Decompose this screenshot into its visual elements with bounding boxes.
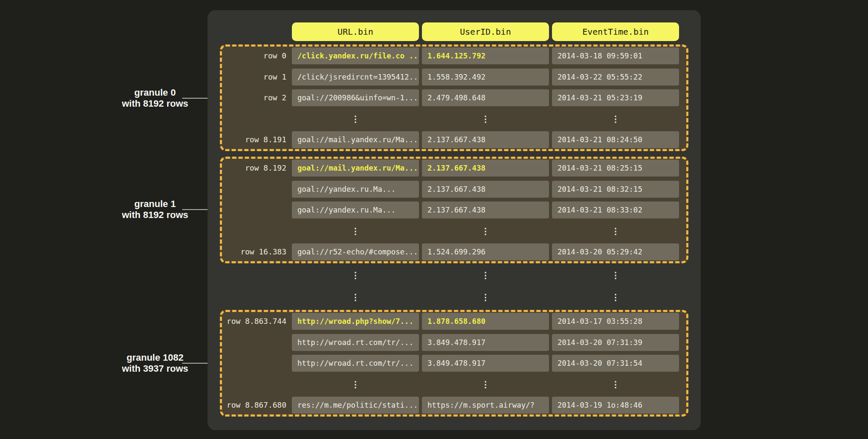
- cell-url: /click/jsredircnt=1395412...: [292, 69, 419, 86]
- vertical-ellipsis-icon: ⋮: [292, 223, 419, 240]
- cell-userid: 1.524.699.296: [422, 243, 549, 260]
- cell-url: goal://mail.yandex.ru/Ma...: [292, 160, 419, 177]
- row-label: row 0: [222, 47, 292, 64]
- ellipsis-row: ⋮ ⋮ ⋮: [222, 376, 686, 393]
- cell-url: goal://mail.yandex.ru/Ma...: [292, 131, 419, 148]
- cell-url: goal://yandex.ru.Ma...: [292, 202, 419, 218]
- cell-url: http://wroad.rt.com/tr/...: [292, 334, 419, 351]
- cell-eventtime: 2014-03-21 08:32:15: [552, 181, 679, 198]
- table-row: row 8.863.744 http://wroad.php?show/7...…: [222, 313, 686, 330]
- ellipsis-row: ⋮ ⋮ ⋮: [222, 110, 686, 127]
- cell-eventtime: 2014-03-20 05:29:42: [552, 243, 679, 260]
- cell-eventtime: 2014-03-20 07:31:39: [552, 334, 679, 351]
- cell-userid: 2.137.667.438: [422, 160, 549, 177]
- column-header-userid-bin: UserID.bin: [422, 22, 549, 41]
- cell-eventtime: 2014-03-21 05:23:19: [552, 89, 679, 106]
- cell-url: goal://200986&uinfo=wn-1...: [292, 89, 419, 106]
- vertical-ellipsis-icon: ⋮: [422, 376, 549, 393]
- row-label: row 2: [222, 89, 292, 106]
- cell-userid: https://m.sport.airway/?: [422, 397, 549, 414]
- granule-box-1082: row 8.863.744 http://wroad.php?show/7...…: [220, 310, 688, 417]
- arrow-line: [182, 209, 211, 210]
- column-header-eventtime-bin: EventTime.bin: [552, 22, 679, 41]
- row-label: row 8.192: [222, 160, 292, 177]
- vertical-ellipsis-icon: ⋮: [552, 223, 679, 240]
- cell-eventtime: 2014-03-21 08:33:02: [552, 202, 679, 218]
- table-row: row 8.191 goal://mail.yandex.ru/Ma... 2.…: [222, 131, 686, 148]
- cell-url: http://wroad.rt.com/tr/...: [292, 355, 419, 372]
- cell-userid: 1.878.658.680: [422, 313, 549, 330]
- ellipsis-row: ⋮ ⋮ ⋮: [222, 223, 686, 240]
- cell-eventtime: 2014-03-18 09:59:01: [552, 47, 679, 64]
- row-label: row 8.191: [222, 131, 292, 148]
- cell-eventtime: 2014-03-21 08:24:50: [552, 131, 679, 148]
- table-row: row 8.192 goal://mail.yandex.ru/Ma... 2.…: [222, 160, 686, 177]
- table-row: row 2 goal://200986&uinfo=wn-1... 2.479.…: [222, 89, 686, 106]
- cell-eventtime: 2014-03-21 08:25:15: [552, 160, 679, 177]
- table-row: row 1 /click/jsredircnt=1395412... 1.558…: [222, 69, 686, 86]
- cell-userid: 2.137.667.438: [422, 181, 549, 198]
- vertical-ellipsis-icon: ⋮: [292, 376, 419, 393]
- vertical-ellipsis-icon: ⋮: [552, 267, 679, 284]
- granule-box-0: row 0 /click.yandex.ru/file.co ... 1.644…: [220, 44, 688, 151]
- cell-userid: 3.849.478.917: [422, 355, 549, 372]
- cell-url: res://m.me/politic/stati...: [292, 397, 419, 414]
- cell-eventtime: 2014-03-17 03:55:28: [552, 313, 679, 330]
- cell-userid: 2.479.498.648: [422, 89, 549, 106]
- data-part-panel: URL.bin UserID.bin EventTime.bin row 0 /…: [208, 10, 701, 430]
- cell-url: http://wroad.php?show/7...: [292, 313, 419, 330]
- vertical-ellipsis-icon: ⋮: [552, 110, 679, 127]
- cell-eventtime: 2014-03-22 05:55:22: [552, 69, 679, 86]
- cell-eventtime: 2014-03-19 1o:48:46: [552, 397, 679, 414]
- table-row: goal://yandex.ru.Ma... 2.137.667.438 201…: [222, 181, 686, 198]
- cell-userid: 2.137.667.438: [422, 131, 549, 148]
- table-row: http://wroad.rt.com/tr/... 3.849.478.917…: [222, 334, 686, 351]
- column-header-url-bin: URL.bin: [292, 22, 419, 41]
- table-row: row 16.383 goal://r52-echo/#compose... 1…: [222, 243, 686, 260]
- vertical-ellipsis-icon: ⋮: [292, 110, 419, 127]
- row-label: row 16.383: [222, 243, 292, 260]
- cell-url: goal://r52-echo/#compose...: [292, 243, 419, 260]
- table-row: goal://yandex.ru.Ma... 2.137.667.438 201…: [222, 202, 686, 218]
- ellipsis-row: ⋮ ⋮ ⋮: [222, 267, 686, 284]
- arrow-line: [182, 363, 211, 364]
- cell-userid: 3.849.478.917: [422, 334, 549, 351]
- table-row: row 0 /click.yandex.ru/file.co ... 1.644…: [222, 47, 686, 64]
- table-row: http://wroad.rt.com/tr/... 3.849.478.917…: [222, 355, 686, 372]
- arrow-line: [182, 98, 211, 99]
- vertical-ellipsis-icon: ⋮: [292, 289, 419, 306]
- vertical-ellipsis-icon: ⋮: [422, 267, 549, 284]
- ellipsis-row: ⋮ ⋮ ⋮: [222, 289, 686, 306]
- vertical-ellipsis-icon: ⋮: [552, 376, 679, 393]
- vertical-ellipsis-icon: ⋮: [422, 289, 549, 306]
- cell-userid: 1.558.392.492: [422, 69, 549, 86]
- cell-url: goal://yandex.ru.Ma...: [292, 181, 419, 198]
- cell-userid: 2.137.667.438: [422, 202, 549, 218]
- table-row: row 8.867.680 res://m.me/politic/stati..…: [222, 397, 686, 414]
- granule-box-1: row 8.192 goal://mail.yandex.ru/Ma... 2.…: [220, 157, 688, 263]
- vertical-ellipsis-icon: ⋮: [292, 267, 419, 284]
- cell-userid: 1.644.125.792: [422, 47, 549, 64]
- cell-eventtime: 2014-03-20 07:31:54: [552, 355, 679, 372]
- vertical-ellipsis-icon: ⋮: [422, 223, 549, 240]
- row-label: row 1: [222, 69, 292, 86]
- vertical-ellipsis-icon: ⋮: [552, 289, 679, 306]
- vertical-ellipsis-icon: ⋮: [422, 110, 549, 127]
- row-label: row 8.863.744: [222, 313, 292, 330]
- row-label: row 8.867.680: [222, 397, 292, 414]
- cell-url: /click.yandex.ru/file.co ...: [292, 47, 419, 64]
